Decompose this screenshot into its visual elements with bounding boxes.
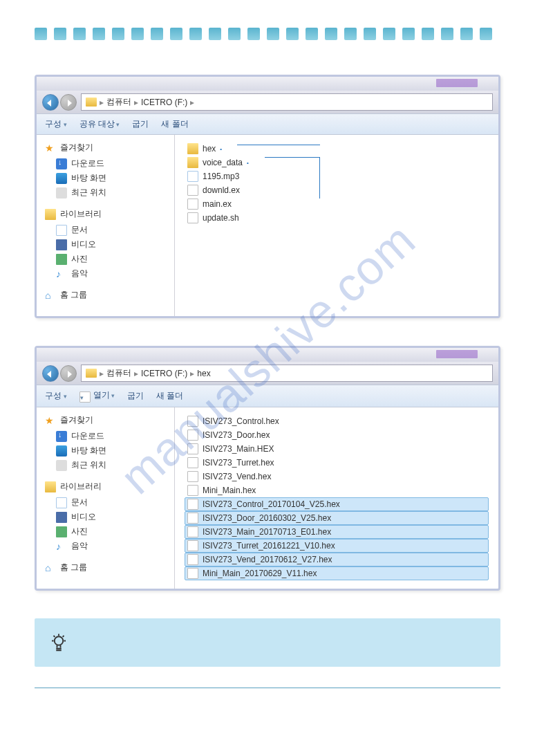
sb-vid[interactable]: 비디오	[71, 239, 96, 250]
toolbar-burn[interactable]: 굽기	[127, 390, 144, 402]
video-icon	[56, 239, 67, 250]
nav-back-button[interactable]	[42, 94, 59, 111]
file-item[interactable]: hex •	[185, 142, 489, 156]
toolbar-newfolder[interactable]: 새 폴더	[161, 118, 188, 130]
file-icon	[187, 513, 198, 524]
toolbar-newfolder[interactable]: 새 폴더	[156, 390, 183, 402]
homegroup-icon: ⌂	[45, 290, 56, 301]
sb-home[interactable]: 홈 그룹	[60, 289, 87, 301]
sb-lib[interactable]: 라이브러리	[60, 481, 102, 492]
doc-icon	[56, 497, 67, 508]
sb-recent[interactable]: 최근 위치	[71, 187, 106, 199]
svg-point-0	[55, 636, 64, 645]
sb-doc[interactable]: 문서	[71, 224, 88, 236]
file-icon	[187, 199, 198, 210]
recent-icon	[56, 187, 67, 199]
sb-desktop[interactable]: 바탕 화면	[71, 445, 106, 457]
file-name: ISIV273_Main_20170713_E01.hex	[203, 527, 331, 537]
toolbar-burn[interactable]: 굽기	[132, 118, 149, 130]
breadcrumb[interactable]: ▸ 컴퓨터 ▸ ICETRO (F:) ▸	[81, 93, 493, 111]
folder-icon	[86, 369, 97, 378]
sb-favorites[interactable]: 즐겨찾기	[60, 414, 93, 426]
star-icon: ★	[45, 142, 56, 154]
file-name: ISIV273_Turret_20161221_V10.hex	[203, 541, 335, 551]
file-item[interactable]: voice_data •	[185, 156, 489, 169]
sb-mus[interactable]: 음악	[71, 540, 88, 552]
bc-part[interactable]: ICETRO (F:)	[141, 369, 187, 378]
file-name: 1195.mp3	[203, 172, 239, 181]
annotation-line	[265, 157, 320, 199]
file-item[interactable]: ISIV273_Main_20170713_E01.hex	[185, 525, 489, 539]
file-item[interactable]: ISIV273_Turret.hex	[185, 456, 489, 470]
sb-pic[interactable]: 사진	[71, 526, 88, 537]
toolbar-organize[interactable]: 구성	[45, 118, 67, 130]
bc-part[interactable]: ICETRO (F:)	[141, 98, 187, 107]
file-item[interactable]: ISIV273_Door_20160302_V25.hex	[185, 511, 489, 525]
sb-dl[interactable]: 다운로드	[71, 430, 104, 442]
file-item[interactable]: ISIV273_Control_20170104_V25.hex	[185, 497, 489, 511]
file-item[interactable]: ISIV273_Door.hex	[185, 428, 489, 442]
file-item[interactable]: ISIV273_Vend.hex	[185, 470, 489, 483]
file-item[interactable]: 1195.mp3	[185, 169, 489, 183]
file-icon	[187, 540, 198, 551]
file-icon	[187, 443, 198, 454]
toolbar: 구성 공유 대상 굽기 새 폴더	[37, 113, 498, 135]
file-pane: ISIV273_Control.hexISIV273_Door.hexISIV2…	[175, 407, 498, 589]
file-name: Mini_Main_20170629_V11.hex	[203, 569, 317, 578]
sb-home[interactable]: 홈 그룹	[60, 562, 87, 573]
nav-forward-button[interactable]	[60, 365, 77, 382]
toolbar-share[interactable]: 공유 대상	[79, 118, 120, 130]
file-name: ISIV273_Door.hex	[203, 430, 270, 440]
folder-icon	[187, 143, 198, 154]
library-icon	[45, 209, 56, 220]
toolbar-organize[interactable]: 구성	[45, 390, 67, 402]
file-name: ISIV273_Vend.hex	[203, 472, 271, 481]
sb-vid[interactable]: 비디오	[71, 511, 96, 523]
bc-part[interactable]: 컴퓨터	[106, 96, 131, 108]
nav-back-button[interactable]	[42, 365, 59, 382]
file-item[interactable]: Mini_Main_20170629_V11.hex	[185, 566, 489, 580]
annotation-line	[237, 145, 320, 145]
sb-mus[interactable]: 음악	[71, 268, 88, 279]
file-icon	[187, 185, 198, 196]
sb-favorites[interactable]: 즐겨찾기	[60, 142, 93, 154]
file-name: ISIV273_Control.hex	[203, 416, 279, 426]
mp3-icon	[187, 171, 198, 182]
desktop-icon	[56, 173, 67, 184]
file-icon	[187, 526, 198, 537]
file-name: ISIV273_Door_20160302_V25.hex	[203, 513, 331, 523]
file-icon	[187, 499, 198, 510]
sidebar: ★즐겨찾기 다운로드 바탕 화면 최근 위치 라이브러리 문서 비디오 사진 ♪…	[37, 135, 175, 316]
file-item[interactable]: ISIV273_Vend_20170612_V27.hex	[185, 553, 489, 566]
download-icon	[56, 158, 67, 169]
file-item[interactable]: Mini_Main.hex	[185, 483, 489, 497]
file-item[interactable]: ISIV273_Control.hex	[185, 414, 489, 428]
nav-forward-button[interactable]	[60, 94, 77, 111]
sb-desktop[interactable]: 바탕 화면	[71, 172, 106, 184]
sb-lib[interactable]: 라이브러리	[60, 208, 102, 220]
file-item[interactable]: ISIV273_Main.HEX	[185, 442, 489, 456]
file-item[interactable]: update.sh	[185, 211, 489, 225]
file-item[interactable]: ISIV273_Turret_20161221_V10.hex	[185, 539, 489, 553]
file-name: ISIV273_Control_20170104_V25.hex	[203, 499, 340, 509]
file-name: downld.ex	[203, 185, 240, 195]
file-item[interactable]: downld.ex	[185, 183, 489, 197]
toolbar-open[interactable]: 열기	[79, 389, 115, 403]
sb-pic[interactable]: 사진	[71, 253, 88, 265]
sb-doc[interactable]: 문서	[71, 497, 88, 508]
explorer-window-2: ▸ 컴퓨터 ▸ ICETRO (F:) ▸ hex 구성 열기 굽기 새 폴더 …	[35, 346, 500, 591]
breadcrumb[interactable]: ▸ 컴퓨터 ▸ ICETRO (F:) ▸ hex	[81, 365, 493, 382]
folder-icon	[86, 98, 97, 107]
sb-recent[interactable]: 최근 위치	[71, 459, 106, 471]
file-icon	[187, 554, 198, 565]
sb-dl[interactable]: 다운로드	[71, 158, 104, 169]
explorer-window-1: ▸ 컴퓨터 ▸ ICETRO (F:) ▸ 구성 공유 대상 굽기 새 폴더 ★…	[35, 75, 500, 318]
toolbar: 구성 열기 굽기 새 폴더	[37, 385, 498, 407]
bc-part[interactable]: hex	[197, 369, 210, 378]
file-pane: hex • voice_data • 1195.mp3 downld.ex ma…	[175, 135, 498, 316]
file-item[interactable]: main.ex	[185, 197, 489, 211]
bc-part[interactable]: 컴퓨터	[106, 367, 131, 379]
header-dots	[35, 28, 500, 40]
file-name: main.ex	[203, 199, 232, 209]
file-icon	[187, 416, 198, 427]
